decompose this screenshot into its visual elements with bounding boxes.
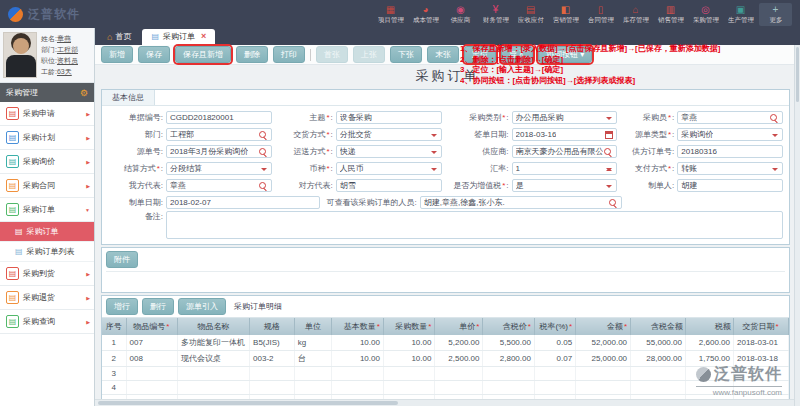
sidebar-item-purchase-arrival[interactable]: ▤采购到货▶	[0, 262, 94, 286]
settlement-method-field[interactable]: 分段结算	[166, 162, 272, 175]
search-icon[interactable]	[609, 199, 617, 207]
top-menu-item-more[interactable]: +更多	[759, 3, 792, 26]
table-cell[interactable]	[534, 381, 575, 395]
table-cell[interactable]: 10.00	[383, 335, 434, 351]
dropdown-icon[interactable]	[606, 185, 612, 191]
search-icon[interactable]	[604, 148, 612, 156]
sidebar-item-purchase-order[interactable]: ▤采购订单▼	[0, 198, 94, 222]
table-cell[interactable]: kg	[294, 335, 332, 351]
tab-purchase-order[interactable]: ▤ 采购订单 ×	[142, 29, 215, 45]
dropdown-icon[interactable]	[606, 117, 612, 123]
dropdown-icon[interactable]	[431, 134, 437, 140]
table-cell[interactable]	[576, 367, 631, 381]
viewers-field[interactable]: 胡建,章燕,徐鑫,张小东.	[420, 196, 622, 209]
purchaser-field[interactable]: 章燕	[677, 111, 783, 124]
table-cell[interactable]	[250, 381, 295, 395]
close-icon[interactable]: ×	[201, 33, 206, 40]
remarks-field[interactable]	[166, 211, 783, 239]
dropdown-icon[interactable]	[772, 168, 778, 174]
table-cell[interactable]	[294, 381, 332, 395]
sidebar-item-purchase-inquiry[interactable]: ▤采购询价▶	[0, 150, 94, 174]
import-source-button[interactable]: 源单引入	[178, 298, 226, 315]
table-cell[interactable]: 007	[126, 335, 177, 351]
sidebar-item-purchase-plan[interactable]: ▤采购计划▶	[0, 126, 94, 150]
table-cell[interactable]: 55,000.00	[631, 335, 686, 351]
top-menu-item-inventory[interactable]: ⌂库存管理	[619, 3, 652, 26]
first-button[interactable]: 首张	[316, 46, 348, 63]
sign-date-field[interactable]: 2018-03-16	[512, 128, 618, 141]
search-icon[interactable]	[259, 182, 267, 190]
exchange-rate-field[interactable]: 1	[512, 162, 618, 175]
table-cell[interactable]: 2,800.00	[483, 351, 534, 367]
table-cell[interactable]	[383, 367, 434, 381]
supplier-field[interactable]: 南京天豪办公用品有限公司	[512, 145, 618, 158]
table-cell[interactable]: 25,000.00	[576, 351, 631, 367]
table-cell[interactable]	[483, 367, 534, 381]
creator-field[interactable]: 胡建	[677, 179, 783, 192]
sidebar-subitem-purchase-order-list[interactable]: ▤采购订单列表	[0, 242, 94, 262]
top-menu-item-projects[interactable]: ▦项目管理	[374, 3, 407, 26]
user-info-value[interactable]: 工程部	[57, 46, 78, 53]
currency-field[interactable]: 人民币	[336, 162, 442, 175]
department-field[interactable]: 工程部	[166, 128, 272, 141]
table-cell[interactable]: 2	[102, 351, 126, 367]
table-cell[interactable]	[126, 381, 177, 395]
table-cell[interactable]	[576, 381, 631, 395]
table-cell[interactable]: 5,200.00	[435, 335, 483, 351]
search-icon[interactable]	[770, 114, 778, 122]
user-info-value[interactable]: 63天	[57, 68, 72, 75]
search-icon[interactable]	[259, 148, 267, 156]
purchase-category-field[interactable]: 办公用品采购	[512, 111, 618, 124]
dropdown-icon[interactable]	[431, 151, 437, 157]
delivery-method-field[interactable]: 分批交货	[336, 128, 442, 141]
doc-no-field[interactable]: CGDD201820001	[166, 111, 272, 124]
top-menu-item-production[interactable]: ▣生产管理	[724, 3, 757, 26]
table-cell[interactable]: 2018-03-01	[733, 335, 788, 351]
table-cell[interactable]	[631, 381, 686, 395]
dropdown-icon[interactable]	[431, 168, 437, 174]
horizontal-scrollbar[interactable]	[95, 399, 794, 406]
vertical-scrollbar-thumb[interactable]	[796, 47, 799, 102]
table-cell[interactable]: 0.07	[534, 351, 575, 367]
new-button[interactable]: 新增	[101, 46, 133, 63]
add-row-button[interactable]: 增行	[106, 298, 138, 315]
sidebar-item-purchase-request[interactable]: ▤采购申请▶	[0, 102, 94, 126]
table-cell[interactable]	[178, 367, 250, 381]
table-cell[interactable]	[435, 367, 483, 381]
dropdown-icon[interactable]	[772, 134, 778, 140]
source-type-field[interactable]: 采购询价	[677, 128, 783, 141]
is-vat-field[interactable]: 是	[512, 179, 618, 192]
their-representative-field[interactable]: 胡雪	[336, 179, 442, 192]
top-menu-item-cost[interactable]: ◕成本管理	[409, 3, 442, 26]
top-menu-item-payables[interactable]: ▤应收应付	[514, 3, 547, 26]
table-cell[interactable]	[294, 367, 332, 381]
tab-home[interactable]: ⌂ 首页	[99, 29, 139, 45]
top-menu-item-marketing[interactable]: ◧营销管理	[549, 3, 582, 26]
table-cell[interactable]: 4	[102, 381, 126, 395]
table-cell[interactable]: 台	[294, 351, 332, 367]
spinner-icon[interactable]	[606, 165, 612, 174]
table-cell[interactable]	[178, 381, 250, 395]
top-menu-item-purchasing[interactable]: ◎采购管理	[689, 3, 722, 26]
attachment-button[interactable]: 附件	[106, 251, 138, 268]
table-cell[interactable]: 2,500.00	[435, 351, 483, 367]
top-menu-item-supplier[interactable]: ◉供应商	[444, 3, 477, 26]
user-info-value[interactable]: 章燕	[57, 35, 71, 42]
table-cell[interactable]	[332, 367, 383, 381]
subject-field[interactable]: 设备采购	[336, 111, 442, 124]
vertical-scrollbar[interactable]	[794, 45, 800, 406]
table-cell[interactable]	[631, 367, 686, 381]
delete-button[interactable]: 删除	[236, 46, 268, 63]
search-icon[interactable]	[259, 131, 267, 139]
top-menu-item-contract[interactable]: ▯合同管理	[584, 3, 617, 26]
payment-method-field[interactable]: 转账	[677, 162, 783, 175]
table-cell[interactable]: 28,000.00	[631, 351, 686, 367]
source-no-field[interactable]: 2018年3月份采购询价	[166, 145, 272, 158]
sidebar-item-purchase-return[interactable]: ▤采购退货▶	[0, 286, 94, 310]
table-cell[interactable]: 2,600.00	[685, 335, 733, 351]
table-cell[interactable]	[534, 367, 575, 381]
save-and-new-button[interactable]: 保存且新增	[175, 46, 231, 63]
table-cell[interactable]: 1	[102, 335, 126, 351]
top-menu-item-finance[interactable]: ¥财务管理	[479, 3, 512, 26]
gear-icon[interactable]: ⚙	[80, 88, 88, 98]
